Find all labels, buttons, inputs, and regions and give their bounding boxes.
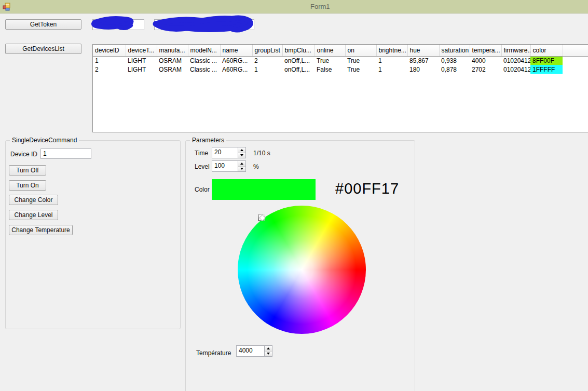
grid-row[interactable]: 2 LIGHT OSRAM Classic ... A60RG... 1 onO… xyxy=(93,65,588,74)
grid-cell[interactable]: 01020412 xyxy=(501,56,530,65)
get-token-button[interactable]: GetToken xyxy=(5,19,81,30)
turn-off-button[interactable]: Turn Off xyxy=(9,165,46,176)
column-header[interactable]: tempera... xyxy=(470,45,501,56)
level-spinner[interactable]: 100 xyxy=(212,160,246,172)
credential-input-2[interactable] xyxy=(154,19,254,30)
grid-cell[interactable]: 2 xyxy=(252,56,282,65)
grid-cell[interactable]: Classic ... xyxy=(188,56,220,65)
group-title: Parameters xyxy=(190,137,226,144)
get-devices-list-button[interactable]: GetDevicesList xyxy=(5,44,81,54)
grid-cell[interactable]: onOff,L... xyxy=(282,65,314,74)
column-header[interactable]: saturation xyxy=(439,45,470,56)
grid-cell-filler xyxy=(563,65,588,74)
device-id-input[interactable]: 1 xyxy=(40,149,91,159)
title-bar[interactable]: Form1 xyxy=(0,0,588,14)
grid-cell[interactable]: onOff,L... xyxy=(282,56,314,65)
grid-cell[interactable]: 180 xyxy=(407,65,439,74)
column-header[interactable]: on xyxy=(345,45,376,56)
app-icon xyxy=(3,3,11,11)
grid-cell[interactable]: 1 xyxy=(376,65,407,74)
turn-on-button[interactable]: Turn On xyxy=(9,180,46,191)
grid-cell-color[interactable]: 8FF00F xyxy=(530,56,563,65)
color-wheel[interactable] xyxy=(238,206,366,334)
grid-cell[interactable]: OSRAM xyxy=(157,65,188,74)
column-header[interactable]: groupList xyxy=(252,45,282,56)
spin-down-button[interactable] xyxy=(238,153,245,158)
grid-cell[interactable]: 0,938 xyxy=(439,56,470,65)
grid-cell[interactable]: 01020412 xyxy=(501,65,530,74)
color-label: Color xyxy=(195,186,210,193)
grid-cell[interactable]: 2702 xyxy=(470,65,501,74)
column-header[interactable]: firmware... xyxy=(501,45,530,56)
column-header[interactable]: bmpClu... xyxy=(282,45,314,56)
grid-cell[interactable]: LIGHT xyxy=(126,65,157,74)
grid-cell[interactable]: True xyxy=(345,56,376,65)
form-window: Form1 GetToken GetDevicesList deviceID d… xyxy=(0,0,588,391)
color-hex-label: #00FF17 xyxy=(335,180,399,197)
grid-cell[interactable]: A60RG... xyxy=(220,56,252,65)
window-title: Form1 xyxy=(310,3,330,10)
spin-down-button[interactable] xyxy=(265,351,272,357)
column-header-filler xyxy=(563,45,588,56)
column-header[interactable]: hue xyxy=(407,45,439,56)
grid-cell-filler xyxy=(563,56,588,65)
grid-cell[interactable]: 85,867 xyxy=(407,56,439,65)
spin-down-button[interactable] xyxy=(238,166,245,172)
level-label: Level xyxy=(195,163,210,170)
change-level-button[interactable]: Change Level xyxy=(9,210,58,220)
spin-up-button[interactable] xyxy=(265,346,272,351)
grid-cell[interactable]: 4000 xyxy=(470,56,501,65)
temperature-label: Température xyxy=(196,349,231,357)
level-unit-label: % xyxy=(253,163,259,170)
group-title: SingleDeviceCommand xyxy=(10,137,79,144)
grid-header-row: deviceID deviceT... manufa... modelN... … xyxy=(93,45,588,56)
grid-cell[interactable]: 0,878 xyxy=(439,65,470,74)
single-device-command-group: SingleDeviceCommand Device ID 1 Turn Off… xyxy=(5,140,181,329)
grid-cell[interactable]: True xyxy=(345,65,376,74)
grid-cell[interactable]: OSRAM xyxy=(157,56,188,65)
change-temperature-button[interactable]: Change Temperature xyxy=(9,225,73,235)
column-header[interactable]: name xyxy=(220,45,252,56)
time-value[interactable]: 20 xyxy=(212,147,238,158)
grid-cell[interactable]: True xyxy=(314,56,345,65)
grid-cell[interactable]: False xyxy=(314,65,345,74)
color-wheel-cursor[interactable] xyxy=(258,214,265,221)
change-color-button[interactable]: Change Color xyxy=(9,195,58,205)
grid-cell[interactable]: 2 xyxy=(93,65,126,74)
column-header[interactable]: brightne... xyxy=(376,45,407,56)
parameters-group: Parameters Time 20 1/10 s Level 100 % Co… xyxy=(185,140,415,391)
spin-up-button[interactable] xyxy=(238,147,245,153)
grid-cell[interactable]: LIGHT xyxy=(126,56,157,65)
column-header[interactable]: manufa... xyxy=(157,45,188,56)
column-header[interactable]: deviceT... xyxy=(126,45,157,56)
level-value[interactable]: 100 xyxy=(212,161,238,171)
device-id-label: Device ID xyxy=(10,151,37,158)
column-header[interactable]: modelN... xyxy=(188,45,220,56)
credential-input-1[interactable] xyxy=(92,19,144,30)
time-unit-label: 1/10 s xyxy=(253,150,270,157)
spin-up-button[interactable] xyxy=(238,161,245,166)
grid-cell[interactable]: 1 xyxy=(252,65,282,74)
grid-cell[interactable]: A60RG... xyxy=(220,65,252,74)
column-header[interactable]: color xyxy=(530,45,563,56)
devices-grid[interactable]: deviceID deviceT... manufa... modelN... … xyxy=(92,44,588,132)
grid-row[interactable]: 1 LIGHT OSRAM Classic ... A60RG... 2 onO… xyxy=(93,56,588,65)
time-spinner[interactable]: 20 xyxy=(212,147,246,158)
grid-cell[interactable]: Classic ... xyxy=(188,65,220,74)
column-header[interactable]: deviceID xyxy=(93,45,126,56)
grid-cell[interactable]: 1 xyxy=(93,56,126,65)
time-label: Time xyxy=(195,150,208,157)
temperature-value[interactable]: 4000 xyxy=(237,346,264,356)
grid-cell[interactable]: 1 xyxy=(376,56,407,65)
grid-cell-color[interactable]: 1FFFFF xyxy=(530,65,563,74)
column-header[interactable]: online xyxy=(314,45,345,56)
color-preview xyxy=(212,179,316,200)
temperature-spinner[interactable]: 4000 xyxy=(236,345,272,357)
